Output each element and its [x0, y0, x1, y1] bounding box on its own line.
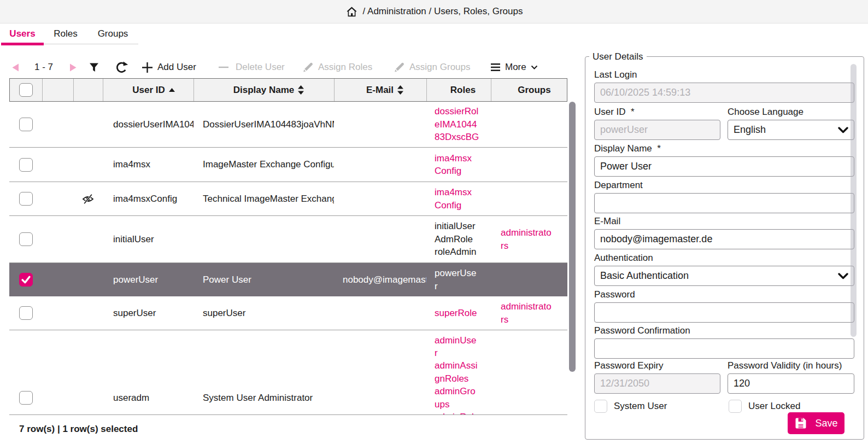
refresh-button[interactable]: [115, 55, 129, 79]
user-id-label: User ID: [594, 107, 626, 117]
pagination-next-button[interactable]: [68, 55, 78, 79]
table-row[interactable]: initialUser initialUser AdmRole roleAdmi…: [9, 216, 567, 263]
user-locked-checkbox[interactable]: [729, 400, 742, 413]
user-locked-checkbox-row: User Locked: [729, 400, 800, 413]
required-asterisk: *: [657, 143, 661, 154]
cell-groups[interactable]: administrato rs: [501, 226, 552, 252]
display-name-input[interactable]: [594, 156, 854, 177]
save-button[interactable]: Save: [788, 412, 844, 434]
home-icon[interactable]: [345, 5, 358, 18]
pagination-prev-button[interactable]: [11, 55, 20, 79]
header-email[interactable]: E-Mail: [335, 79, 427, 101]
cell-roles[interactable]: ima4msx Config: [435, 152, 472, 178]
header-empty-2: [74, 79, 103, 101]
department-input[interactable]: [594, 193, 854, 213]
system-user-checkbox[interactable]: [594, 400, 607, 413]
cell-roles[interactable]: ima4msx Config: [435, 186, 472, 212]
table-row[interactable]: useradm System User Administrator adminU…: [9, 330, 567, 415]
row-checkbox[interactable]: [19, 118, 33, 131]
header-user-id[interactable]: User ID: [103, 79, 194, 101]
password-expiry-input[interactable]: [594, 373, 720, 394]
delete-user-button[interactable]: Delete User: [218, 55, 285, 79]
cell-empty: [42, 102, 73, 147]
assign-roles-label: Assign Roles: [318, 62, 372, 73]
password-input[interactable]: [594, 302, 854, 323]
filter-button[interactable]: [89, 55, 99, 79]
cell-display-name: superUser: [203, 308, 245, 319]
save-icon: [794, 417, 807, 430]
panel-scrollbar[interactable]: [851, 64, 857, 337]
breadcrumb-text: / Administration / Users, Roles, Groups: [363, 6, 523, 17]
tab-users[interactable]: Users: [1, 24, 44, 44]
cell-roles[interactable]: powerUse r: [435, 267, 477, 293]
cell-empty: [42, 263, 73, 296]
cell-email: nobody@imagemaster.de: [343, 274, 426, 285]
cell-empty: [73, 102, 103, 147]
field-password-confirmation: Password Confirmation: [594, 325, 854, 359]
header-roles-label: Roles: [450, 85, 476, 96]
cell-groups[interactable]: administrato rs: [501, 300, 552, 326]
display-name-label: Display Name: [594, 143, 652, 154]
row-checkbox-checked[interactable]: [19, 273, 33, 287]
row-checkbox[interactable]: [19, 158, 33, 172]
cell-user-id: ima4msxConfig: [113, 194, 177, 205]
chevron-right-icon: [68, 63, 78, 72]
sort-both-icon: [298, 85, 304, 95]
row-checkbox[interactable]: [19, 391, 33, 405]
tab-groups[interactable]: Groups: [87, 24, 138, 44]
choose-language-label: Choose Language: [728, 107, 854, 118]
add-user-button[interactable]: Add User: [142, 55, 196, 79]
row-checkbox[interactable]: [19, 232, 33, 246]
more-button[interactable]: More: [490, 55, 538, 79]
password-expiry-label: Password Expiry: [594, 360, 720, 371]
header-display-name[interactable]: Display Name: [194, 79, 335, 101]
password-label: Password: [594, 289, 854, 300]
authentication-label: Authentication: [594, 253, 854, 264]
cell-hidden-user: [73, 182, 103, 215]
required-asterisk: *: [631, 107, 635, 117]
password-confirmation-input[interactable]: [594, 338, 854, 359]
email-input[interactable]: [594, 229, 854, 249]
field-user-id: User ID *: [594, 107, 720, 140]
cell-user-id: useradm: [113, 393, 149, 404]
language-select-value: English: [734, 124, 766, 136]
cell-roles[interactable]: dossierRol eIMA1044 83DxscBG: [435, 105, 479, 143]
field-last-login: Last Login: [594, 69, 854, 103]
last-login-input[interactable]: [594, 83, 854, 103]
user-locked-label: User Locked: [748, 401, 800, 412]
table-row[interactable]: ima4msxConfig Technical ImageMaster Exch…: [9, 182, 567, 216]
email-label: E-Mail: [594, 216, 854, 227]
table-row-selected[interactable]: powerUser Power User nobody@imagemaster.…: [9, 263, 567, 296]
row-checkbox[interactable]: [19, 192, 33, 206]
language-select-wrap: English: [728, 120, 854, 140]
select-all-checkbox-cell: [10, 79, 43, 101]
header-groups-label: Groups: [518, 85, 550, 96]
assign-groups-button[interactable]: Assign Groups: [394, 55, 471, 79]
assign-roles-button[interactable]: Assign Roles: [302, 55, 372, 79]
table-row[interactable]: dossierUserIMA104483 DossierUserIMA10448…: [9, 102, 567, 148]
cell-user-id: ima4msx: [113, 159, 150, 170]
checkmark-icon: [21, 276, 31, 284]
cell-roles[interactable]: superRole: [435, 307, 477, 319]
cell-empty: [42, 296, 73, 330]
add-user-label: Add User: [157, 62, 196, 73]
tab-roles[interactable]: Roles: [44, 24, 87, 44]
save-label: Save: [815, 418, 837, 429]
table-row[interactable]: superUser superUser superRole administra…: [9, 296, 567, 330]
authentication-select[interactable]: Basic Authentication: [594, 266, 854, 286]
password-validity-input[interactable]: [728, 373, 854, 394]
breadcrumb[interactable]: / Administration / Users, Roles, Groups: [345, 5, 523, 18]
user-details-panel: User Details Last Login User ID * Choose…: [585, 56, 864, 440]
user-id-input[interactable]: [594, 120, 720, 140]
cell-empty: [42, 216, 73, 262]
select-all-checkbox[interactable]: [19, 83, 33, 97]
chevron-down-icon: [838, 273, 848, 279]
display-name-label-row: Display Name *: [594, 143, 854, 154]
table-scrollbar[interactable]: [569, 102, 576, 372]
header-roles[interactable]: Roles: [427, 79, 491, 101]
cell-roles[interactable]: adminUse r adminAssi gnRoles adminGro up…: [435, 330, 477, 415]
table-row[interactable]: ima4msx ImageMaster Exchange Configurati…: [9, 148, 567, 182]
language-select[interactable]: English: [728, 120, 854, 140]
header-groups[interactable]: Groups: [491, 79, 567, 101]
row-checkbox[interactable]: [19, 306, 33, 320]
